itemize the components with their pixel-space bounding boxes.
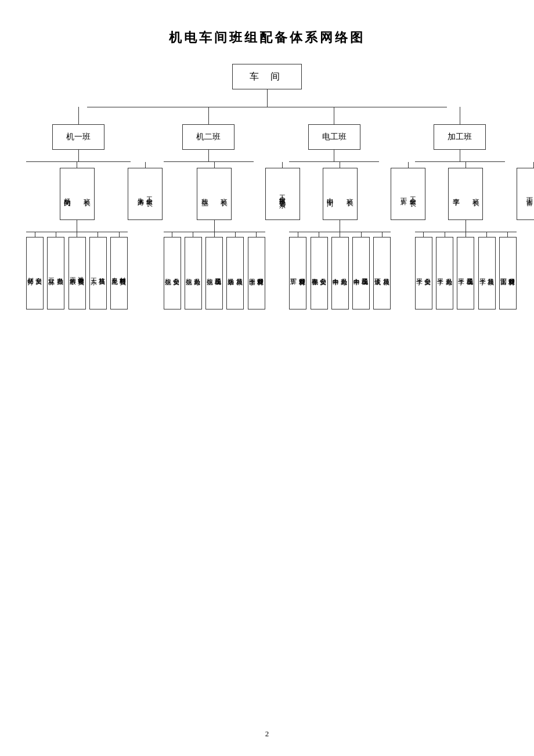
group-ji1: 机一班 班长杨向民 <box>17 107 139 309</box>
ji1-level2-row: 班长杨向民 安全员赵伟芳 <box>26 162 131 309</box>
ji1-l3-2-box: 设备管理员王解放 <box>68 237 86 309</box>
ji1-l3-0: 安全员赵伟芳 <box>26 232 44 309</box>
ji1-l3-1: 考勤员豆宝林 <box>47 232 64 309</box>
org-chart: 车 间 机一班 <box>17 64 517 309</box>
ji1-l3-4-box: 材料管理员秦九星 <box>110 237 128 309</box>
ji1-l3-0-box: 安全员赵伟芳 <box>26 237 44 309</box>
dg-level3-row: 材料管理员丁辉 安全员张春鹏 <box>289 232 391 309</box>
ji2-leader-box: 班长魏生 <box>197 168 232 220</box>
dg-leader: 班长申中向 材料管理员丁辉 <box>289 162 391 309</box>
page-title: 机电车间班组配备体系网络图 <box>169 29 365 46</box>
jg-level3-row: 安全员李平 考勤员李平 <box>415 232 517 309</box>
dg-leader-box: 班长申中向 <box>323 168 358 220</box>
jg-union-box: 工会组长丁国富 <box>517 168 534 220</box>
ji1-l3-4: 材料管理员秦九星 <box>110 232 128 309</box>
jg-union: 工会组长丁国富 <box>517 162 534 220</box>
ji1-leader-box: 班长杨向民 <box>60 168 95 220</box>
group-jg: 加工班 班长李平 <box>403 107 517 309</box>
dg-level2-row: 班长申中向 材料管理员丁辉 <box>289 162 379 309</box>
ji1-l3-3: 核算员王东 <box>89 232 107 309</box>
jg-box: 加工班 <box>434 124 486 150</box>
ji2-level2-row: 班长魏生 安全员魏生 <box>164 162 254 309</box>
dg-box: 电工班 <box>308 124 360 150</box>
ji2-level3-row: 安全员魏生 考勤员魏生 <box>164 232 265 309</box>
page-number: 2 <box>265 729 269 739</box>
ji1-box: 机一班 <box>52 124 104 150</box>
jg-level2-row: 班长李平 安全员李平 <box>415 162 505 309</box>
ji1-l3-2: 设备管理员王解放 <box>68 232 86 309</box>
ji1-level3-row: 安全员赵伟芳 考勤员豆宝林 <box>26 232 128 309</box>
ji1-l3-3-box: 核算员王东 <box>89 237 107 309</box>
group-dg: 电工班 班长申中向 <box>277 107 391 309</box>
ji2-leader: 班长魏生 安全员魏生 <box>164 162 265 309</box>
ji1-leader: 班长杨向民 安全员赵伟芳 <box>26 162 128 309</box>
ji2-box: 机二班 <box>182 124 234 150</box>
page: 机电车间班组配备体系网络图 车 间 机一班 <box>0 0 534 756</box>
root-v-line <box>267 89 268 107</box>
ji1-l3-1-box: 考勤员豆宝林 <box>47 237 64 309</box>
group-ji2: 机二班 班长魏生 <box>152 107 265 309</box>
root-box: 车 间 <box>232 64 302 89</box>
jg-leader: 班长李平 安全员李平 <box>415 162 517 309</box>
level1-row: 机一班 班长杨向民 <box>17 107 517 309</box>
jg-leader-box: 班长李平 <box>448 168 483 220</box>
